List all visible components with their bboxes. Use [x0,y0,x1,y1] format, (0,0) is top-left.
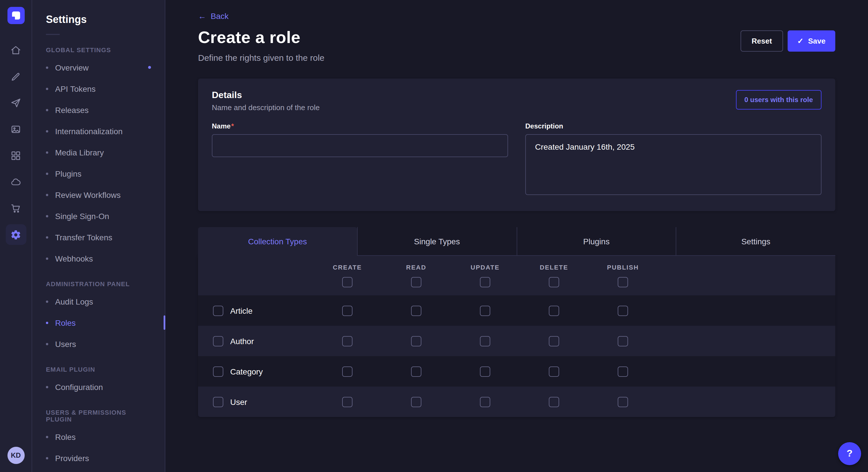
sidebar-item-roles[interactable]: Roles [41,312,156,333]
users-with-role-button[interactable]: 0 users with this role [736,90,822,109]
sidebar-item-internationalization[interactable]: Internationalization [41,121,156,142]
permission-checkbox[interactable] [480,366,490,376]
permission-checkbox[interactable] [549,397,559,407]
bullet-icon [46,109,48,111]
row-select-checkbox[interactable] [213,397,223,407]
sidebar-item-audit-logs[interactable]: Audit Logs [41,291,156,312]
permission-checkbox[interactable] [549,305,559,316]
row-select-checkbox[interactable] [213,305,223,316]
back-link[interactable]: ← Back [198,11,228,21]
page-subtitle: Define the rights given to the role [198,53,324,63]
sidebar-item-label: Releases [55,105,89,114]
sidebar-item-webhooks[interactable]: Webhooks [41,248,156,269]
tab-settings[interactable]: Settings [676,227,836,256]
tab-plugins[interactable]: Plugins [516,227,676,256]
media-library-icon[interactable] [5,119,26,139]
avatar[interactable]: KD [7,447,24,464]
marketplace-icon[interactable] [5,198,26,218]
page-header: Create a role Define the rights given to… [198,28,835,63]
column-select-all-checkbox[interactable] [342,277,352,287]
column-select-all-checkbox[interactable] [411,277,422,287]
description-field-group: Description Created January 16th, 2025 [525,122,822,197]
sidebar-item-users[interactable]: Users [41,333,156,355]
save-label: Save [808,37,826,45]
bullet-icon [46,436,48,438]
section-label-email-plugin: EMAIL PLUGIN [46,366,151,373]
permission-checkbox[interactable] [618,336,628,346]
permission-checkbox[interactable] [342,366,352,376]
permission-checkbox[interactable] [411,397,422,407]
sidebar-item-up-roles[interactable]: Roles [41,426,156,447]
sidebar-item-label: Users [55,339,76,348]
content-type-builder-icon[interactable] [5,145,26,166]
details-title: Details [212,90,320,100]
cloud-icon[interactable] [5,171,26,192]
permission-checkbox[interactable] [342,397,352,407]
sidebar-item-providers[interactable]: Providers [41,447,156,469]
name-field-group: Name* [212,122,508,197]
content-manager-icon[interactable] [5,66,26,87]
bullet-icon [46,194,48,196]
settings-icon[interactable] [5,224,26,245]
column-select-all-checkbox[interactable] [480,277,490,287]
reset-button[interactable]: Reset [741,30,783,52]
details-card: Details Name and description of the role… [198,78,835,211]
home-icon[interactable] [5,40,26,60]
section-label-administration-panel: ADMINISTRATION PANEL [46,280,151,287]
sidebar-item-single-sign-on[interactable]: Single Sign-On [41,205,156,227]
sidebar-item-configuration[interactable]: Configuration [41,376,156,398]
help-button[interactable]: ? [838,442,861,465]
sidebar-item-media-library[interactable]: Media Library [41,142,156,163]
column-select-all-checkbox[interactable] [549,277,559,287]
permission-checkbox[interactable] [618,366,628,376]
permission-checkbox[interactable] [411,366,422,376]
tab-single-types[interactable]: Single Types [357,227,517,256]
permission-checkbox[interactable] [549,366,559,376]
sidebar-item-api-tokens[interactable]: API Tokens [41,78,156,99]
permission-checkbox[interactable] [342,305,352,316]
bullet-icon [46,236,48,238]
permission-checkbox[interactable] [618,397,628,407]
save-button[interactable]: ✓ Save [787,30,835,52]
permission-checkbox[interactable] [549,336,559,346]
column-update: UPDATE [451,264,520,287]
name-input[interactable] [212,134,508,157]
bullet-icon [46,172,48,175]
permission-checkbox[interactable] [618,305,628,316]
releases-icon[interactable] [5,92,26,113]
row-select-checkbox[interactable] [213,366,223,376]
table-row-author: Author [198,326,835,356]
details-card-header: Details Name and description of the role… [212,90,822,112]
sidebar-item-plugins[interactable]: Plugins [41,163,156,184]
column-select-all-checkbox[interactable] [618,277,628,287]
sidebar-item-label: Audit Logs [55,297,93,306]
divider [46,34,60,35]
required-asterisk: * [231,122,234,130]
permission-checkbox[interactable] [480,305,490,316]
permission-checkbox[interactable] [480,336,490,346]
permission-checkbox[interactable] [411,305,422,316]
permissions-card: Collection Types Single Types Plugins Se… [198,227,835,417]
strapi-logo[interactable] [7,7,24,24]
column-label: READ [406,264,426,271]
bullet-icon [46,257,48,260]
page-title: Create a role [198,28,324,47]
row-select-checkbox[interactable] [213,336,223,346]
sidebar-item-review-workflows[interactable]: Review Workflows [41,184,156,205]
column-delete: DELETE [520,264,588,287]
column-label: DELETE [540,264,568,271]
bullet-icon [46,300,48,303]
back-arrow-icon: ← [198,11,206,21]
column-create: CREATE [313,264,382,287]
permission-checkbox[interactable] [480,397,490,407]
sidebar-item-transfer-tokens[interactable]: Transfer Tokens [41,227,156,248]
sidebar-item-overview[interactable]: Overview [41,57,156,78]
tab-collection-types[interactable]: Collection Types [198,227,357,256]
permission-checkbox[interactable] [411,336,422,346]
description-textarea[interactable]: Created January 16th, 2025 [525,134,822,195]
bullet-icon [46,343,48,345]
sidebar-item-releases[interactable]: Releases [41,99,156,121]
permission-checkbox[interactable] [342,336,352,346]
sidebar-item-label: Review Workflows [55,190,121,199]
sidebar-item-label: Configuration [55,382,103,392]
